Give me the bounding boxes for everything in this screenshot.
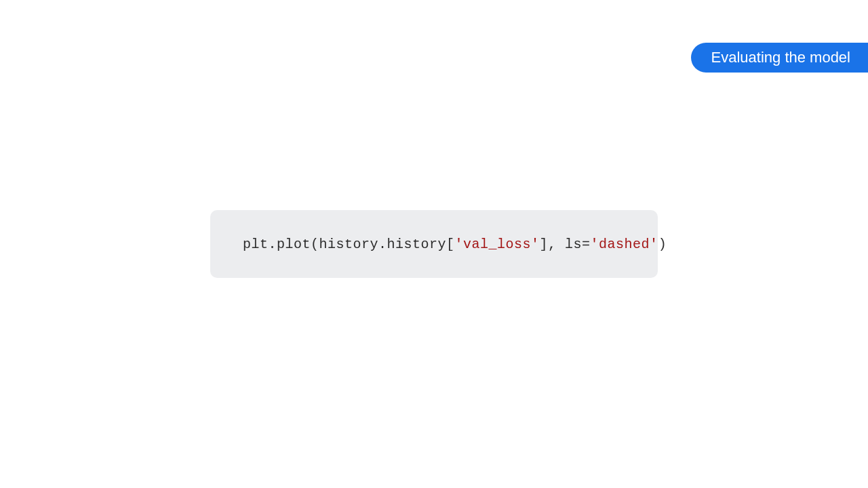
code-segment: plt.plot(history.history[: [243, 237, 455, 252]
code-line: plt.plot(history.history['val_loss'], ls…: [243, 237, 667, 252]
badge-label: Evaluating the model: [711, 49, 850, 66]
code-string-literal: 'val_loss': [455, 237, 540, 252]
code-segment: ], ls=: [540, 237, 591, 252]
section-badge: Evaluating the model: [691, 43, 868, 73]
code-block: plt.plot(history.history['val_loss'], ls…: [210, 210, 658, 278]
code-segment: ): [658, 237, 667, 252]
code-string-literal: 'dashed': [591, 237, 658, 252]
